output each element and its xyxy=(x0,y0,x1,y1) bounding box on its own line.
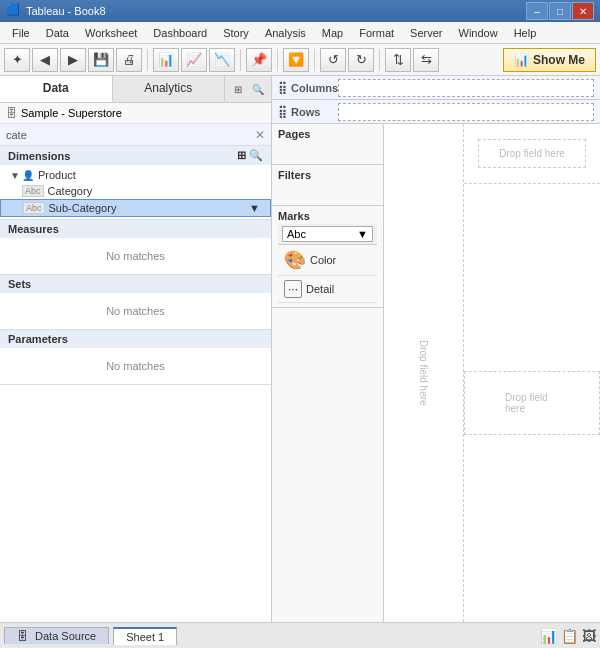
toolbar-chart2-btn[interactable]: 📈 xyxy=(181,48,207,72)
menu-dashboard[interactable]: Dashboard xyxy=(145,25,215,41)
toolbar-pin-btn[interactable]: 📌 xyxy=(246,48,272,72)
toolbar-separator-1 xyxy=(147,49,148,71)
search-btn[interactable]: 🔍 xyxy=(249,80,267,98)
filters-label: Filters xyxy=(278,169,377,181)
field-sub-category[interactable]: Abc Sub-Category ▼ xyxy=(0,199,271,217)
toolbar-undo-btn[interactable]: ↺ xyxy=(320,48,346,72)
right-panel: ⣿ Columns ⣿ Rows Pages xyxy=(272,76,600,622)
main-layout: Data Analytics ⊞ 🔍 🗄 Sample - Superstore… xyxy=(0,76,600,622)
rows-bar: ⣿ Rows xyxy=(272,100,600,124)
toolbar-back-btn[interactable]: ◀ xyxy=(32,48,58,72)
field-product[interactable]: ▼ 👤 Product xyxy=(0,167,271,183)
pages-content[interactable] xyxy=(278,142,377,160)
color-icon: 🎨 xyxy=(284,249,306,271)
columns-bar: ⣿ Columns xyxy=(272,76,600,100)
drop-zone-left[interactable]: Drop field here xyxy=(384,124,464,622)
color-label: Color xyxy=(310,254,336,266)
toolbar-dropdown-btn[interactable]: 🔽 xyxy=(283,48,309,72)
rows-drop-zone[interactable] xyxy=(338,103,594,121)
status-bar: 🗄 Data Source Sheet 1 📊 📋 🖼 xyxy=(0,622,600,648)
toolbar-save-btn[interactable]: 💾 xyxy=(88,48,114,72)
minimize-button[interactable]: – xyxy=(526,2,548,20)
filters-content[interactable] xyxy=(278,183,377,201)
detail-icon: ··· xyxy=(284,280,302,298)
toolbar-chart1-btn[interactable]: 📊 xyxy=(153,48,179,72)
sheet1-tab-label: Sheet 1 xyxy=(126,631,164,643)
sets-label: Sets xyxy=(8,278,31,290)
parameters-label: Parameters xyxy=(8,333,68,345)
marks-select-box[interactable]: Abc ▼ xyxy=(282,226,373,242)
menu-story[interactable]: Story xyxy=(215,25,257,41)
dimensions-grid-icon[interactable]: ⊞ xyxy=(237,149,246,162)
status-tab-icons: 📊 📋 🖼 xyxy=(540,628,596,644)
window-controls: – □ ✕ xyxy=(526,2,594,20)
menu-worksheet[interactable]: Worksheet xyxy=(77,25,145,41)
parameters-content: No matches xyxy=(0,348,271,384)
toolbar: ✦ ◀ ▶ 💾 🖨 📊 📈 📉 📌 🔽 ↺ ↻ ⇅ ⇆ 📊 Show Me xyxy=(0,44,600,76)
field-type-abc-category: Abc xyxy=(22,185,44,197)
marks-color-btn[interactable]: 🎨 Color xyxy=(278,245,377,276)
field-sub-category-label: Sub-Category xyxy=(49,202,117,214)
data-source-label[interactable]: Sample - Superstore xyxy=(21,107,122,119)
dimensions-search-icon[interactable]: 🔍 xyxy=(249,149,263,162)
menu-server[interactable]: Server xyxy=(402,25,450,41)
field-category[interactable]: Abc Category xyxy=(0,183,271,199)
rows-icon: ⣿ xyxy=(278,105,287,119)
menu-data[interactable]: Data xyxy=(38,25,77,41)
menu-map[interactable]: Map xyxy=(314,25,351,41)
search-close-btn[interactable]: ✕ xyxy=(255,128,265,142)
toolbar-print-btn[interactable]: 🖨 xyxy=(116,48,142,72)
columns-label: ⣿ Columns xyxy=(278,81,338,95)
menu-bar: File Data Worksheet Dashboard Story Anal… xyxy=(0,22,600,44)
menu-format[interactable]: Format xyxy=(351,25,402,41)
menu-help[interactable]: Help xyxy=(506,25,545,41)
toolbar-separator-2 xyxy=(240,49,241,71)
toolbar-refresh-btn[interactable]: ✦ xyxy=(4,48,30,72)
duplicate-sheet-icon[interactable]: 📋 xyxy=(561,628,578,644)
drop-zone-main[interactable]: Drop field here xyxy=(464,371,600,435)
sub-category-dropdown-icon[interactable]: ▼ xyxy=(249,202,260,214)
filters-strip: Filters xyxy=(272,165,383,206)
title-bar: 🟦 Tableau - Book8 – □ ✕ xyxy=(0,0,600,22)
canvas-area: Pages Filters Marks Abc ▼ xyxy=(272,124,600,622)
detail-label: Detail xyxy=(306,283,334,295)
close-button[interactable]: ✕ xyxy=(572,2,594,20)
marks-type-selector[interactable]: Abc ▼ xyxy=(278,224,377,245)
grid-view-btn[interactable]: ⊞ xyxy=(229,80,247,98)
show-me-button[interactable]: 📊 Show Me xyxy=(503,48,596,72)
new-dashboard-icon[interactable]: 🖼 xyxy=(582,628,596,644)
view-area: Drop field here Drop field here Drop fie… xyxy=(384,124,600,622)
drop-zone-top[interactable]: Drop field here xyxy=(478,139,586,168)
pages-label: Pages xyxy=(278,128,377,140)
marks-detail-btn[interactable]: ··· Detail xyxy=(278,276,377,303)
search-label[interactable]: cate xyxy=(6,129,255,141)
toolbar-sort2-btn[interactable]: ⇆ xyxy=(413,48,439,72)
dimensions-label: Dimensions xyxy=(8,150,70,162)
columns-drop-zone[interactable] xyxy=(338,79,594,97)
panel-tab-actions: ⊞ 🔍 xyxy=(225,76,271,102)
tab-sheet1[interactable]: Sheet 1 xyxy=(113,627,177,645)
sets-no-matches: No matches xyxy=(0,295,271,327)
tab-data-source[interactable]: 🗄 Data Source xyxy=(4,627,109,644)
data-source-tab-icon: 🗄 xyxy=(17,630,28,642)
tab-analytics[interactable]: Analytics xyxy=(113,76,226,102)
toolbar-chart3-btn[interactable]: 📉 xyxy=(209,48,235,72)
data-source-row: 🗄 Sample - Superstore xyxy=(0,103,271,124)
toolbar-separator-4 xyxy=(314,49,315,71)
tab-data[interactable]: Data xyxy=(0,76,113,102)
drop-zone-main-text: Drop field here xyxy=(505,392,548,414)
toolbar-sort1-btn[interactable]: ⇅ xyxy=(385,48,411,72)
new-worksheet-icon[interactable]: 📊 xyxy=(540,628,557,644)
data-source-tab-label: Data Source xyxy=(35,630,96,642)
menu-file[interactable]: File xyxy=(4,25,38,41)
parameters-section: Parameters No matches xyxy=(0,330,271,385)
drop-zone-left-text: Drop field here xyxy=(418,340,429,406)
toolbar-forward-btn[interactable]: ▶ xyxy=(60,48,86,72)
maximize-button[interactable]: □ xyxy=(549,2,571,20)
toolbar-redo-btn[interactable]: ↻ xyxy=(348,48,374,72)
measures-content: No matches xyxy=(0,238,271,274)
field-product-label: Product xyxy=(38,169,76,181)
menu-analysis[interactable]: Analysis xyxy=(257,25,314,41)
menu-window[interactable]: Window xyxy=(451,25,506,41)
left-panel: Data Analytics ⊞ 🔍 🗄 Sample - Superstore… xyxy=(0,76,272,622)
